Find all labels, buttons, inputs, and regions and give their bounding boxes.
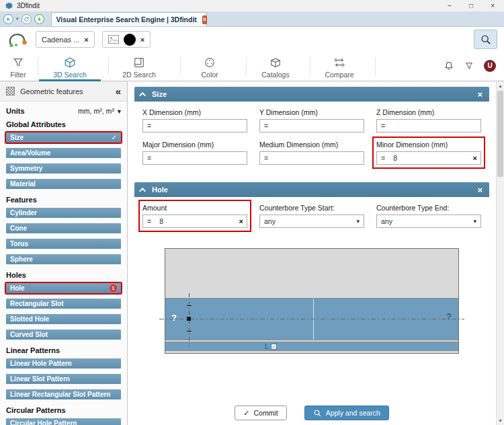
sidebar-item-label: Hole xyxy=(10,284,25,292)
sidebar-item-linear-hole-pattern[interactable]: Linear Hole Pattern xyxy=(5,357,122,370)
z-dimension-input[interactable]: = xyxy=(376,119,481,132)
search-button[interactable] xyxy=(474,30,497,49)
clear-icon[interactable]: × xyxy=(473,154,477,162)
collapse-chevron-icon[interactable] xyxy=(139,91,146,98)
field-label: Major Dimension (mm) xyxy=(142,141,247,149)
new-tab-button[interactable] xyxy=(34,14,44,24)
sidebar-item-symmetry[interactable]: Symmetry xyxy=(5,162,122,175)
length-label[interactable]: L xyxy=(265,343,277,350)
color-wheel-icon xyxy=(204,56,216,69)
toolbar-item-3d-search[interactable]: 3D Search xyxy=(39,56,101,79)
sidebar-item-material[interactable]: Material xyxy=(5,178,122,190)
commit-button[interactable]: ✓ Commit xyxy=(235,405,286,420)
sidebar-item-linear-rectangular-slot-pattern[interactable]: Linear Rectangular Slot Pattern xyxy=(5,388,122,401)
field-minor-dimension: Minor Dimension (mm) = 8 × xyxy=(372,137,485,169)
medium-dimension-input[interactable]: = xyxy=(259,151,364,165)
counterbore-end-select[interactable]: any ▾ xyxy=(376,215,481,228)
tab-close-button[interactable]: × xyxy=(202,15,207,24)
caret-down-icon: ▾ xyxy=(118,107,121,115)
section-heading-holes: Holes xyxy=(6,271,121,279)
caret-down-icon: ▾ xyxy=(356,218,360,225)
app-logo xyxy=(7,31,28,48)
search-term-chip[interactable]: Cadenas ... × xyxy=(36,31,95,48)
user-avatar[interactable]: U xyxy=(484,60,496,72)
collapse-sidebar-icon[interactable]: « xyxy=(116,85,121,97)
query-image-thumbnail xyxy=(124,34,136,46)
image-query-chip[interactable]: × xyxy=(102,31,151,48)
photo-icon xyxy=(108,35,119,44)
field-label: Counterbore Type End: xyxy=(376,204,481,212)
toolbar-item-color[interactable]: Color xyxy=(181,56,238,79)
caret-down-icon: ▾ xyxy=(473,218,476,225)
toolbar-item-2d-search[interactable]: 2D Search xyxy=(110,56,169,79)
search-bar: Cadenas ... × × xyxy=(0,27,504,52)
sidebar-item-label: Rectangular Slot xyxy=(10,300,63,307)
refresh-button[interactable] xyxy=(22,14,32,24)
minor-dimension-input[interactable]: = 8 × xyxy=(376,151,481,165)
toolbar-item-compare[interactable]: Compare xyxy=(311,56,368,79)
window-close-button[interactable]: × xyxy=(491,2,495,9)
remove-term-icon[interactable]: × xyxy=(84,36,88,44)
counterbore-start-select[interactable]: any ▾ xyxy=(259,215,364,228)
units-dropdown[interactable]: mm, m², m³ ▾ xyxy=(78,107,121,115)
browser-tab[interactable]: Visual Enterprise Search Engine | 3Dfind… xyxy=(51,12,207,26)
sidebar-item-rectangular-slot[interactable]: Rectangular Slot xyxy=(5,297,122,310)
scrollbar-thumb[interactable] xyxy=(497,91,503,177)
main-toolbar: Filter 3D Search 2D Search Color Catalog… xyxy=(0,52,504,81)
clear-icon[interactable]: × xyxy=(239,217,243,225)
x-dimension-input[interactable]: = xyxy=(142,119,247,132)
sidebar-item-label: Cone xyxy=(10,225,27,232)
vertical-scrollbar[interactable]: ▲ ▼ xyxy=(496,81,504,425)
close-icon[interactable]: × xyxy=(477,185,482,195)
sidebar-item-label: Sphere xyxy=(10,256,33,263)
field-major-dimension: Major Dimension (mm) = xyxy=(138,137,251,169)
sidebar-item-curved-slot[interactable]: Curved Slot xyxy=(5,328,122,341)
sidebar-item-circular-hole-pattern[interactable]: Circular Hole Pattern xyxy=(5,417,122,425)
count-badge: 1 xyxy=(110,284,117,292)
sidebar-item-area-volume[interactable]: Area/Volume xyxy=(5,147,122,159)
field-counterbore-start: Counterbore Type Start: any ▾ xyxy=(255,200,368,232)
drawing-dimension-marker xyxy=(187,317,191,321)
section-heading-features: Features xyxy=(6,196,121,204)
hole-panel: Hole × Amount = 8 × Counterbore Type Sta… xyxy=(134,182,489,359)
maximize-button[interactable]: □ xyxy=(469,2,473,9)
compare-arrows-icon xyxy=(333,56,345,69)
collapse-chevron-icon[interactable] xyxy=(139,187,146,194)
commit-label: Commit xyxy=(253,409,278,417)
toolbar-item-filter[interactable]: Filter xyxy=(3,56,34,79)
field-label: Minor Dimension (mm) xyxy=(376,141,481,149)
drawing-centerline xyxy=(159,319,464,319)
sidebar-item-size[interactable]: Size ✓ xyxy=(5,131,122,144)
sidebar-item-cylinder[interactable]: Cylinder xyxy=(5,206,122,219)
sidebar-item-label: Material xyxy=(10,180,36,188)
scroll-down-icon[interactable]: ▼ xyxy=(497,416,504,425)
minimize-button[interactable]: − xyxy=(448,2,452,9)
size-panel-header: Size × xyxy=(134,87,489,102)
edit-pencil-icon xyxy=(271,344,277,350)
back-button[interactable] xyxy=(3,14,13,24)
sidebar-item-torus[interactable]: Torus xyxy=(5,237,122,250)
y-dimension-input[interactable]: = xyxy=(259,119,364,132)
close-icon[interactable]: × xyxy=(477,89,482,100)
size-panel: Size × X Dimension (mm) = Y Dimension (m… xyxy=(134,87,489,174)
operator: = xyxy=(147,217,151,225)
sidebar-item-cone[interactable]: Cone xyxy=(5,222,122,235)
sidebar-item-hole[interactable]: Hole 1 xyxy=(5,282,122,295)
sidebar-item-linear-slot-pattern[interactable]: Linear Slot Pattern xyxy=(5,373,122,385)
length-text: L xyxy=(265,343,269,350)
sidebar-item-sphere[interactable]: Sphere xyxy=(5,253,122,266)
back-history-dropdown-icon[interactable]: ▾ xyxy=(16,16,19,22)
toolbar-item-catalogs[interactable]: Catalogs xyxy=(247,56,304,79)
sidebar-item-label: Linear Hole Pattern xyxy=(10,360,72,367)
apply-and-search-button[interactable]: Apply and search xyxy=(304,405,389,420)
sidebar-item-slotted-hole[interactable]: Slotted Hole xyxy=(5,313,122,325)
scroll-up-icon[interactable]: ▲ xyxy=(497,81,504,90)
sheet-2d-icon xyxy=(133,56,145,69)
filter-results-icon[interactable] xyxy=(464,61,474,71)
catalog-box-icon xyxy=(269,56,282,69)
major-dimension-input[interactable]: = xyxy=(142,151,247,165)
notifications-bell-icon[interactable] xyxy=(444,61,454,71)
check-icon: ✓ xyxy=(243,409,249,418)
amount-input[interactable]: = 8 × xyxy=(142,215,247,228)
remove-image-icon[interactable]: × xyxy=(140,36,144,44)
